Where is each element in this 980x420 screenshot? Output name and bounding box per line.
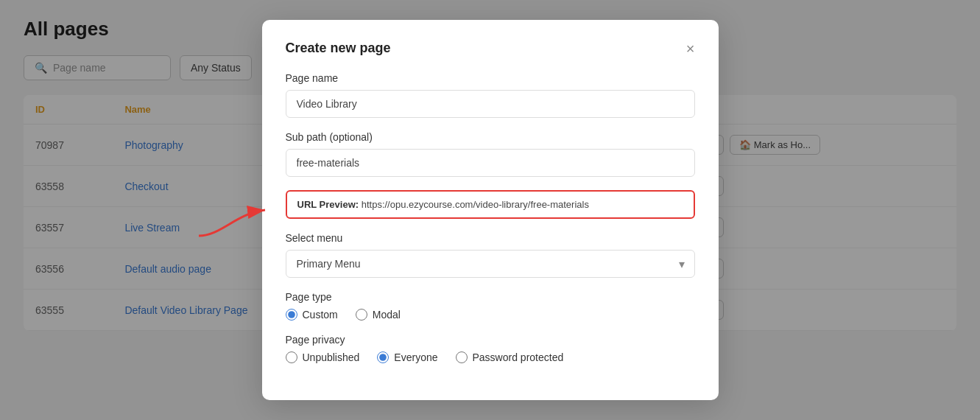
privacy-unpublished-label: Unpublished [303, 351, 360, 363]
create-page-modal: Create new page × Page name Sub path (op… [262, 20, 719, 400]
url-preview-value: https://opu.ezycourse.com/video-library/… [362, 199, 589, 210]
page-type-modal-option[interactable]: Modal [356, 309, 401, 321]
page-type-label: Page type [286, 291, 695, 303]
privacy-everyone-radio[interactable] [377, 351, 389, 363]
page-type-group: Page type Custom Modal [286, 291, 695, 321]
privacy-password-radio[interactable] [456, 351, 468, 363]
page-type-custom-option[interactable]: Custom [286, 309, 338, 321]
page-privacy-group: Page privacy Unpublished Everyone Passwo… [286, 334, 695, 363]
select-menu-wrapper: Primary Menu ▾ [286, 250, 695, 278]
select-menu-label: Select menu [286, 232, 695, 244]
close-button[interactable]: × [686, 41, 695, 56]
url-preview-label: URL Preview: [297, 199, 359, 210]
modal-header: Create new page × [286, 41, 695, 56]
privacy-password-label: Password protected [473, 351, 564, 363]
sub-path-label: Sub path (optional) [286, 131, 695, 143]
page-type-modal-radio[interactable] [356, 309, 367, 321]
page-name-input[interactable] [286, 90, 695, 118]
privacy-unpublished-option[interactable]: Unpublished [286, 351, 360, 363]
modal-title: Create new page [286, 41, 391, 56]
page-type-modal-label: Modal [373, 309, 401, 321]
privacy-unpublished-radio[interactable] [286, 351, 297, 363]
modal-overlay: Create new page × Page name Sub path (op… [0, 0, 980, 420]
page-type-custom-label: Custom [303, 309, 338, 321]
page-privacy-label: Page privacy [286, 334, 695, 346]
page-type-custom-radio[interactable] [286, 309, 297, 321]
sub-path-group: Sub path (optional) [286, 131, 695, 177]
url-preview-box: URL Preview: https://opu.ezycourse.com/v… [286, 190, 695, 219]
privacy-everyone-label: Everyone [394, 351, 437, 363]
privacy-everyone-option[interactable]: Everyone [377, 351, 437, 363]
select-menu-dropdown[interactable]: Primary Menu [286, 250, 695, 278]
select-menu-group: Select menu Primary Menu ▾ [286, 232, 695, 278]
page-name-group: Page name [286, 72, 695, 118]
page-name-label: Page name [286, 72, 695, 84]
page-type-radio-group: Custom Modal [286, 309, 695, 321]
sub-path-input[interactable] [286, 149, 695, 177]
privacy-password-option[interactable]: Password protected [456, 351, 564, 363]
page-privacy-radio-group: Unpublished Everyone Password protected [286, 351, 695, 363]
